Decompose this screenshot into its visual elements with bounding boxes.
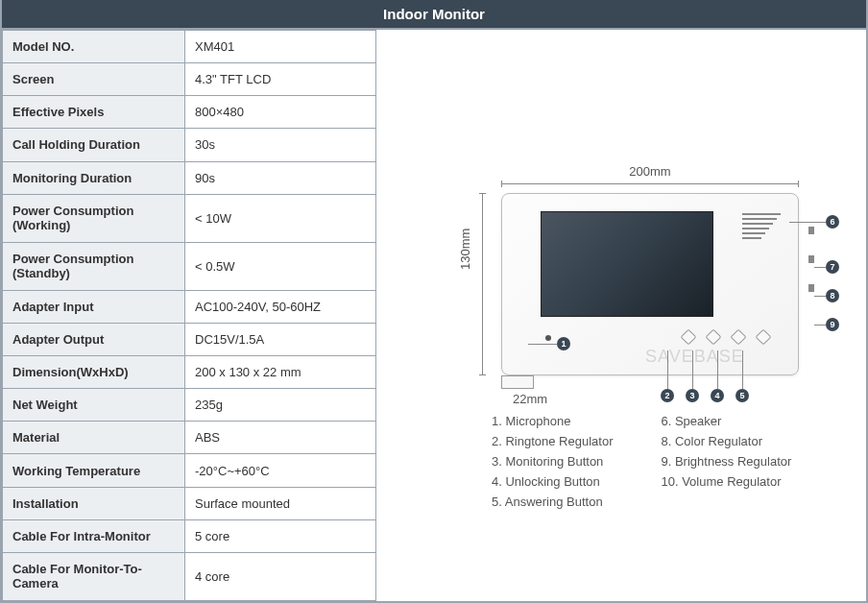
spec-value: 800×480 xyxy=(185,96,376,129)
spec-sheet: Indoor Monitor Model NO.XM401Screen4.3" … xyxy=(0,0,868,603)
button-2-icon xyxy=(681,329,697,346)
leader-line xyxy=(528,344,557,345)
spec-row: Effective Pixels800×480 xyxy=(3,96,376,129)
leader-line xyxy=(742,350,743,389)
button-3-icon xyxy=(706,329,722,346)
spec-label: Effective Pixels xyxy=(3,96,185,129)
spec-value: 200 x 130 x 22 mm xyxy=(185,356,376,389)
spec-row: Monitoring Duration90s xyxy=(3,161,376,194)
spec-table: Model NO.XM401Screen4.3" TFT LCDEffectiv… xyxy=(2,30,376,601)
spec-value: AC100-240V, 50-60HZ xyxy=(185,290,376,323)
legend-item: 9. Brightness Regulator xyxy=(661,454,791,469)
spec-row: Net Weight235g xyxy=(3,389,376,422)
marker-8: 8 xyxy=(826,289,839,302)
speaker-icon xyxy=(742,213,781,242)
spec-row: Cable For Monitor-To-Camera4 core xyxy=(3,552,376,600)
spec-row: MaterialABS xyxy=(3,422,376,454)
microphone-icon xyxy=(545,335,551,341)
spec-row: Call Holding Duration30s xyxy=(3,129,376,161)
spec-value: Surface mounted xyxy=(185,487,376,519)
depth-box xyxy=(501,375,534,389)
leader-line xyxy=(814,267,826,268)
spec-row: Model NO.XM401 xyxy=(3,31,376,63)
spec-label: Adapter Input xyxy=(3,290,185,323)
spec-label: Call Holding Duration xyxy=(3,129,185,161)
marker-6: 6 xyxy=(826,215,839,229)
marker-4: 4 xyxy=(711,389,724,402)
leader-line xyxy=(789,222,826,223)
spec-row: InstallationSurface mounted xyxy=(3,487,376,519)
marker-7: 7 xyxy=(826,260,839,274)
spec-row: Screen4.3" TFT LCD xyxy=(3,63,376,96)
legend-col-1: 1. Microphone 2. Ringtone Regulator 3. M… xyxy=(492,414,613,515)
legend-item: 8. Color Regulator xyxy=(661,434,791,448)
body: Model NO.XM401Screen4.3" TFT LCDEffectiv… xyxy=(2,30,866,601)
button-5-icon xyxy=(756,329,772,346)
legend-item: 2. Ringtone Regulator xyxy=(492,434,613,448)
legend-item: 5. Answering Button xyxy=(492,494,613,509)
spec-value: 4 core xyxy=(185,552,376,600)
spec-label: Power Consumption (Standby) xyxy=(3,242,185,290)
header-title: Indoor Monitor xyxy=(2,0,866,30)
spec-label: Power Consumption (Working) xyxy=(3,194,185,242)
spec-row: Cable For Intra-Monitor5 core xyxy=(3,519,376,552)
regulator-8-icon xyxy=(808,255,814,263)
spec-label: Cable For Monitor-To-Camera xyxy=(3,552,185,600)
dimension-height-label: 130mm xyxy=(458,229,472,270)
device-buttons xyxy=(683,331,769,343)
spec-label: Adapter Output xyxy=(3,323,185,355)
spec-label: Screen xyxy=(3,63,185,96)
dimension-width-label: 200mm xyxy=(501,164,799,179)
legend-item: 10. Volume Regulator xyxy=(661,474,791,489)
spec-value: < 0.5W xyxy=(185,242,376,290)
legend-item: 3. Monitoring Button xyxy=(492,454,613,469)
marker-1: 1 xyxy=(557,337,570,350)
watermark-text: SAVEBASE xyxy=(645,347,744,367)
spec-value: 90s xyxy=(185,161,376,194)
dimension-height-line xyxy=(482,193,483,375)
spec-value: DC15V/1.5A xyxy=(185,323,376,355)
spec-value: 5 core xyxy=(185,519,376,552)
marker-3: 3 xyxy=(686,389,699,402)
spec-label: Monitoring Duration xyxy=(3,161,185,194)
spec-row: Power Consumption (Standby)< 0.5W xyxy=(3,242,376,290)
marker-2: 2 xyxy=(661,389,674,402)
legend-item: 1. Microphone xyxy=(492,414,613,428)
regulator-9-icon xyxy=(808,284,814,292)
spec-row: Working Temperature-20°C~+60°C xyxy=(3,454,376,487)
legend-item: 6. Speaker xyxy=(661,414,791,428)
leader-line xyxy=(814,296,826,297)
legend: 1. Microphone 2. Ringtone Regulator 3. M… xyxy=(492,414,791,515)
leader-line xyxy=(814,325,826,326)
leader-line xyxy=(717,350,718,389)
leader-line xyxy=(667,350,668,389)
marker-5: 5 xyxy=(735,389,749,402)
marker-9: 9 xyxy=(826,318,839,331)
legend-item: 4. Unlocking Button xyxy=(492,474,613,489)
spec-value: XM401 xyxy=(185,31,376,63)
spec-value: 235g xyxy=(185,389,376,422)
legend-col-2: 6. Speaker 8. Color Regulator 9. Brightn… xyxy=(661,414,791,515)
leader-line xyxy=(692,350,693,389)
spec-value: 4.3" TFT LCD xyxy=(185,63,376,96)
spec-label: Net Weight xyxy=(3,389,185,422)
spec-value: < 10W xyxy=(185,194,376,242)
spec-row: Power Consumption (Working)< 10W xyxy=(3,194,376,242)
spec-label: Dimension(WxHxD) xyxy=(3,356,185,389)
regulator-7-icon xyxy=(808,227,814,234)
dimension-depth-label: 22mm xyxy=(513,392,547,406)
spec-label: Material xyxy=(3,422,185,454)
spec-label: Working Temperature xyxy=(3,454,185,487)
spec-row: Dimension(WxHxD)200 x 130 x 22 mm xyxy=(3,356,376,389)
spec-row: Adapter OutputDC15V/1.5A xyxy=(3,323,376,355)
diagram-area: 200mm 130mm xyxy=(376,30,866,601)
spec-value: 30s xyxy=(185,129,376,161)
side-regulators xyxy=(808,227,814,292)
button-4-icon xyxy=(731,329,747,346)
dimension-width-line xyxy=(501,183,799,184)
spec-label: Installation xyxy=(3,487,185,519)
device-screen xyxy=(541,211,713,317)
spec-label: Model NO. xyxy=(3,31,185,63)
spec-row: Adapter InputAC100-240V, 50-60HZ xyxy=(3,290,376,323)
spec-value: ABS xyxy=(185,422,376,454)
